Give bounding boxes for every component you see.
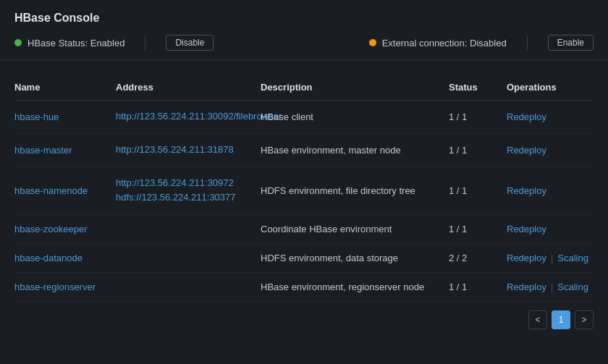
table-container: Name Address Description Status Operatio…: [0, 72, 608, 302]
cell-status-hbase-namenode: 1 / 1: [449, 185, 507, 196]
address-link[interactable]: http://123.56.224.211:30092/filebrowser: [116, 109, 261, 124]
pagination: < 1 >: [0, 302, 608, 338]
table-row: hbase-huehttp://123.56.224.211:30092/fil…: [14, 101, 594, 134]
cell-desc-hbase-master: HBase environment, master node: [261, 145, 449, 156]
op-scaling-hbase-regionserver[interactable]: Scaling: [557, 282, 588, 292]
page-1-button[interactable]: 1: [552, 310, 570, 329]
col-name: Name: [14, 82, 116, 93]
cell-ops-hbase-hue: Redeploy: [507, 111, 608, 122]
hbase-status-item: HBase Status: Enabled: [14, 38, 124, 48]
cell-ops-hbase-regionserver: Redeploy|Scaling: [507, 282, 608, 292]
cell-name-hbase-hue[interactable]: hbase-hue: [14, 111, 116, 122]
cell-ops-hbase-master: Redeploy: [507, 145, 608, 156]
external-conn-item: External connection: Disabled: [369, 38, 507, 48]
table-row: hbase-datanodeHDFS environment, data sto…: [14, 244, 594, 273]
cell-name-hbase-regionserver[interactable]: hbase-regionserver: [14, 282, 116, 292]
cell-desc-hbase-regionserver: HBase environment, regionserver node: [261, 282, 449, 292]
enable-button[interactable]: Enable: [548, 35, 594, 51]
cell-ops-hbase-zookeeper: Redeploy: [507, 224, 608, 234]
status-bar: HBase Status: Enabled Disable External c…: [14, 35, 594, 51]
disable-button[interactable]: Disable: [166, 35, 214, 51]
op-redeploy-hbase-datanode[interactable]: Redeploy: [507, 253, 546, 263]
col-status: Status: [449, 82, 507, 93]
address-link[interactable]: http://123.56.224.211:31878: [116, 143, 261, 158]
col-description: Description: [261, 82, 449, 93]
cell-address-hbase-hue: http://123.56.224.211:30092/filebrowser: [116, 109, 261, 124]
cell-name-hbase-zookeeper[interactable]: hbase-zookeeper: [14, 224, 116, 234]
next-page-button[interactable]: >: [575, 310, 594, 329]
cell-name-hbase-datanode[interactable]: hbase-datanode: [14, 253, 116, 263]
prev-page-button[interactable]: <: [528, 310, 547, 329]
col-operations: Operations: [507, 82, 608, 93]
op-redeploy-hbase-master[interactable]: Redeploy: [507, 145, 546, 156]
next-chevron-icon: >: [581, 315, 586, 325]
op-redeploy-hbase-namenode[interactable]: Redeploy: [507, 185, 546, 196]
op-redeploy-hbase-zookeeper[interactable]: Redeploy: [507, 224, 546, 234]
op-scaling-hbase-datanode[interactable]: Scaling: [557, 253, 588, 263]
cell-ops-hbase-datanode: Redeploy|Scaling: [507, 253, 608, 263]
cell-status-hbase-regionserver: 1 / 1: [449, 282, 507, 292]
cell-status-hbase-master: 1 / 1: [449, 145, 507, 156]
cell-status-hbase-zookeeper: 1 / 1: [449, 224, 507, 234]
cell-name-hbase-master[interactable]: hbase-master: [14, 145, 116, 156]
address-link[interactable]: hdfs://123.56.224.211:30377: [116, 190, 261, 206]
op-redeploy-hbase-regionserver[interactable]: Redeploy: [507, 282, 546, 292]
op-divider: |: [551, 282, 553, 292]
cell-desc-hbase-datanode: HDFS environment, data storage: [261, 253, 449, 263]
cell-status-hbase-hue: 1 / 1: [449, 111, 507, 122]
hbase-status-icon: [14, 39, 22, 46]
table-row: hbase-namenodehttp://123.56.224.211:3097…: [14, 167, 594, 216]
cell-desc-hbase-zookeeper: Coordinate HBase environment: [261, 224, 449, 234]
table-row: hbase-zookeeperCoordinate HBase environm…: [14, 215, 594, 244]
col-address: Address: [116, 82, 261, 93]
external-conn-label: External connection: Disabled: [382, 38, 507, 48]
cell-ops-hbase-namenode: Redeploy: [507, 185, 608, 196]
table-row: hbase-masterhttp://123.56.224.211:31878H…: [14, 134, 594, 167]
cell-status-hbase-datanode: 2 / 2: [449, 253, 507, 263]
cell-address-hbase-master: http://123.56.224.211:31878: [116, 143, 261, 158]
divider-1: [145, 35, 145, 50]
cell-name-hbase-namenode[interactable]: hbase-namenode: [14, 185, 116, 196]
external-conn-icon: [369, 39, 376, 46]
hbase-status-label: HBase Status: Enabled: [28, 38, 124, 48]
divider-2: [527, 35, 528, 50]
page-1-label: 1: [559, 315, 564, 325]
table-body: hbase-huehttp://123.56.224.211:30092/fil…: [14, 101, 594, 302]
op-divider: |: [551, 253, 553, 263]
page-title: HBase Console: [14, 12, 594, 25]
header: HBase Console HBase Status: Enabled Disa…: [0, 0, 608, 60]
address-link[interactable]: http://123.56.224.211:30972: [116, 176, 261, 191]
cell-desc-hbase-hue: HBase client: [261, 111, 449, 122]
cell-address-hbase-namenode: http://123.56.224.211:30972hdfs://123.56…: [116, 176, 261, 206]
prev-chevron-icon: <: [535, 315, 540, 325]
table-row: hbase-regionserverHBase environment, reg…: [14, 273, 594, 302]
cell-desc-hbase-namenode: HDFS environment, file directory tree: [261, 185, 449, 196]
op-redeploy-hbase-hue[interactable]: Redeploy: [507, 111, 546, 122]
table-header: Name Address Description Status Operatio…: [14, 72, 594, 101]
